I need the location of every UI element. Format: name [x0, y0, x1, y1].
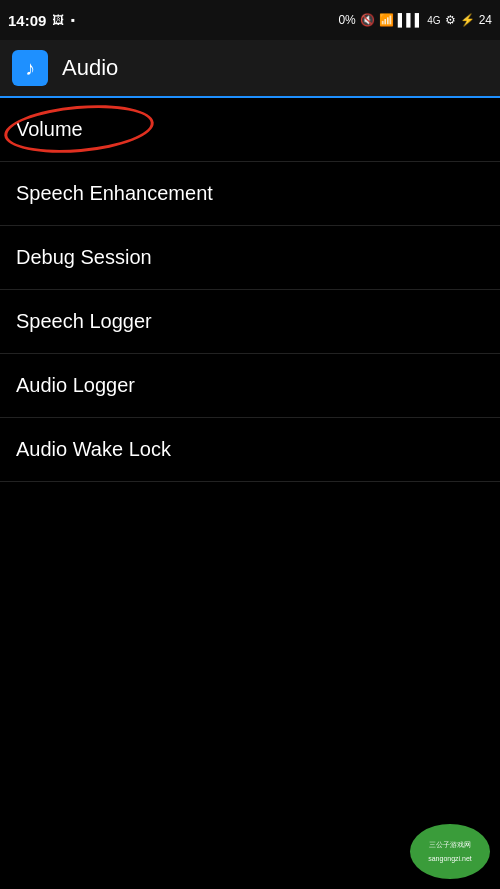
menu-item-speech-logger[interactable]: Speech Logger [0, 290, 500, 354]
battery-level: 24 [479, 13, 492, 27]
wifi-icon: 📶 [379, 13, 394, 27]
menu-item-label-speech-logger: Speech Logger [16, 310, 152, 332]
menu-item-label-audio-logger: Audio Logger [16, 374, 135, 396]
4g-lte-icon: 4G [427, 15, 440, 26]
watermark-line2: sangongzi.net [426, 852, 474, 865]
menu-item-label-volume: Volume [16, 118, 83, 140]
status-time: 14:09 [8, 12, 46, 29]
menu-item-audio-wake-lock[interactable]: Audio Wake Lock [0, 418, 500, 482]
percent-label: 0% [338, 13, 355, 27]
status-left: 14:09 🖼 ▪ [8, 12, 75, 29]
image-icon: 🖼 [52, 13, 64, 27]
menu-list: Volume Speech Enhancement Debug Session … [0, 98, 500, 482]
app-header: ♪ Audio [0, 40, 500, 98]
menu-item-label-speech-enhancement: Speech Enhancement [16, 182, 213, 204]
charge-icon: ⚡ [460, 13, 475, 27]
menu-item-debug-session[interactable]: Debug Session [0, 226, 500, 290]
signal-icon: ▌▌▌ [398, 13, 424, 27]
menu-item-audio-logger[interactable]: Audio Logger [0, 354, 500, 418]
menu-item-volume[interactable]: Volume [0, 98, 500, 162]
menu-item-label-audio-wake-lock: Audio Wake Lock [16, 438, 171, 460]
mute-icon: 🔇 [360, 13, 375, 27]
app-icon: ♪ [12, 50, 48, 86]
menu-item-label-debug-session: Debug Session [16, 246, 152, 268]
notification-icon: ▪ [70, 13, 74, 27]
app-title: Audio [62, 55, 118, 81]
audio-icon-glyph: ♪ [25, 57, 35, 80]
settings-icon: ⚙ [445, 13, 456, 27]
status-bar: 14:09 🖼 ▪ 0% 🔇 📶 ▌▌▌ 4G ⚙ ⚡ 24 [0, 0, 500, 40]
status-right: 0% 🔇 📶 ▌▌▌ 4G ⚙ ⚡ 24 [338, 13, 492, 27]
watermark-line1: 三公子游戏网 [427, 838, 473, 851]
menu-item-speech-enhancement[interactable]: Speech Enhancement [0, 162, 500, 226]
watermark: 三公子游戏网 sangongzi.net [410, 824, 490, 879]
